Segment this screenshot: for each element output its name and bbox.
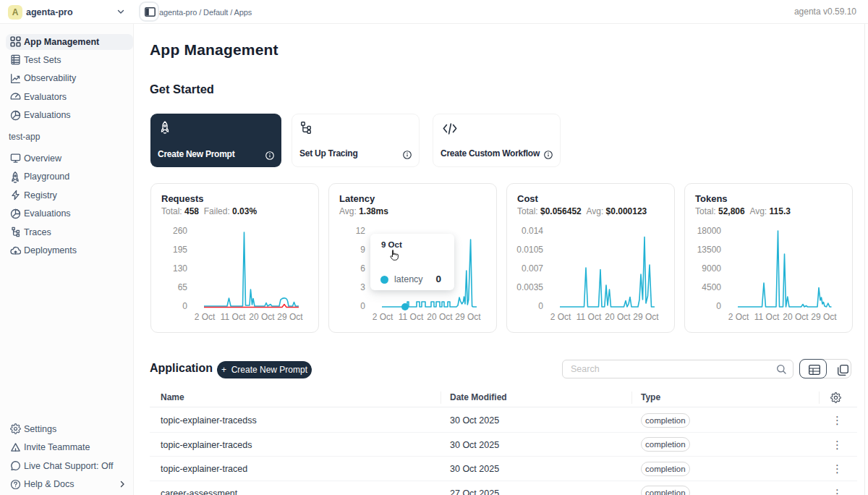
svg-text:11 Oct: 11 Oct <box>399 312 424 322</box>
svg-text:195: 195 <box>173 245 187 255</box>
svg-text:0.0035: 0.0035 <box>516 282 543 292</box>
svg-text:9: 9 <box>360 245 365 255</box>
svg-text:0: 0 <box>182 301 187 311</box>
svg-text:29 Oct: 29 Oct <box>277 312 303 322</box>
svg-text:20 Oct: 20 Oct <box>783 312 809 322</box>
svg-text:0.007: 0.007 <box>522 263 543 274</box>
svg-text:260: 260 <box>173 226 187 236</box>
svg-text:2 Oct: 2 Oct <box>195 312 216 322</box>
svg-text:3: 3 <box>360 282 365 292</box>
svg-text:12: 12 <box>356 226 366 236</box>
svg-text:11 Oct: 11 Oct <box>221 312 246 322</box>
svg-text:2 Oct: 2 Oct <box>550 312 571 322</box>
svg-text:6: 6 <box>360 263 365 274</box>
svg-text:20 Oct: 20 Oct <box>249 312 275 322</box>
svg-text:13500: 13500 <box>697 245 722 255</box>
svg-text:20 Oct: 20 Oct <box>605 312 631 322</box>
svg-text:20 Oct: 20 Oct <box>427 312 453 322</box>
svg-text:4500: 4500 <box>702 282 721 292</box>
svg-text:0: 0 <box>716 301 721 311</box>
svg-text:9000: 9000 <box>702 263 721 274</box>
svg-text:0.0105: 0.0105 <box>516 245 543 255</box>
svg-text:2 Oct: 2 Oct <box>728 312 749 322</box>
svg-text:0: 0 <box>538 301 543 311</box>
svg-text:11 Oct: 11 Oct <box>576 312 602 322</box>
svg-text:11 Oct: 11 Oct <box>754 312 780 322</box>
svg-text:29 Oct: 29 Oct <box>811 312 837 322</box>
svg-text:2 Oct: 2 Oct <box>373 312 393 322</box>
svg-text:29 Oct: 29 Oct <box>455 312 481 322</box>
svg-text:130: 130 <box>173 263 187 274</box>
svg-text:0.014: 0.014 <box>522 226 543 236</box>
svg-text:18000: 18000 <box>697 226 722 236</box>
svg-text:29 Oct: 29 Oct <box>633 312 659 322</box>
svg-text:65: 65 <box>178 282 188 292</box>
svg-text:0: 0 <box>360 301 365 311</box>
